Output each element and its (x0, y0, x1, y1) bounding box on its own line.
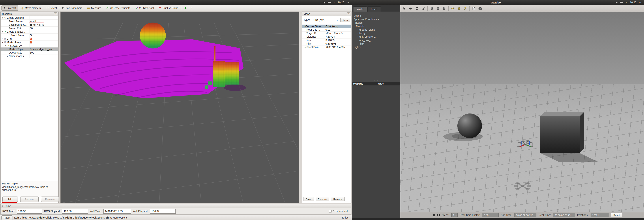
wall-elapsed-field[interactable]: 186.37 (150, 209, 176, 213)
row-pitch[interactable]: Pitch 0.835398 (302, 42, 351, 45)
session-gear-icon[interactable]: ⚙ (638, 1, 642, 4)
row-grid-display[interactable]: Grid (0, 37, 58, 41)
row-value[interactable]: 0.01 (326, 28, 330, 31)
sound-icon[interactable]: ♪ (625, 1, 628, 4)
expander-icon[interactable] (354, 25, 356, 27)
display-enabled-checkbox[interactable] (30, 41, 32, 43)
expander-icon[interactable] (1, 17, 4, 19)
rotate-icon[interactable] (414, 6, 420, 11)
firefly-drone-model[interactable] (517, 140, 533, 147)
row-target-frame[interactable]: Target Fra... <Fixed Frame> (302, 32, 351, 35)
expander-icon[interactable] (4, 45, 7, 47)
row-yaw[interactable]: Yaw 3.11039 (302, 39, 351, 42)
row-global-options[interactable]: Global Options (0, 16, 58, 20)
steps-spinner[interactable]: 1▲▼ (451, 213, 458, 217)
panel-splitter[interactable] (352, 80, 400, 80)
directionallight-icon[interactable] (462, 6, 468, 11)
pose-estimate-button[interactable]: 2D Pose Estimate (104, 6, 132, 11)
gazebo-reset-button[interactable]: Reset (611, 213, 622, 217)
row-value[interactable]: -0.33742; 0.4605... (326, 46, 347, 49)
scale-icon[interactable] (420, 6, 426, 11)
battery-icon[interactable] (328, 1, 330, 4)
row-marker-status[interactable]: Status: Ok (0, 44, 58, 48)
tree-item-scene[interactable]: Scene (352, 14, 400, 18)
cube-icon[interactable] (429, 6, 434, 11)
rename-button[interactable]: Rename (41, 196, 59, 202)
row-value[interactable]: /occupied_cells_vis ... (30, 48, 55, 51)
expander-icon[interactable] (1, 41, 4, 43)
expander-icon[interactable] (357, 29, 359, 31)
tree-item-unit-box[interactable]: unit_box_1 (352, 38, 400, 42)
clock-label[interactable]: 10:20 (630, 1, 636, 4)
expander-icon[interactable] (1, 38, 4, 40)
rename-button[interactable]: Rename (331, 197, 345, 201)
row-value[interactable]: 0.835398 (326, 42, 336, 45)
nav-goal-button[interactable]: 2D Nav Goal (133, 6, 156, 11)
row-value[interactable]: 100 (30, 51, 34, 54)
row-status-fixed-frame[interactable]: Fixed Frame OK (0, 34, 58, 37)
interact-button[interactable]: Interact (2, 6, 18, 11)
chevron-down-icon[interactable]: ▾ (191, 7, 192, 9)
pointlight-icon[interactable] (450, 6, 456, 11)
publish-point-button[interactable]: Publish Point (156, 6, 180, 11)
tree-item-ground-plane[interactable]: ground_plane (352, 28, 400, 31)
displays-panel-header[interactable]: Displays ✕ (0, 12, 58, 16)
unit-sphere-model[interactable] (458, 114, 482, 138)
ros-elapsed-field[interactable]: 120.56 (62, 209, 88, 213)
expander-icon[interactable] (357, 32, 359, 34)
add-tool-button[interactable] (183, 6, 188, 11)
tree-item-spherical-coordinates[interactable]: Spherical Coordinates (352, 18, 400, 21)
expander-icon[interactable] (304, 46, 306, 48)
copy-icon[interactable] (471, 6, 476, 11)
tree-item-firefly[interactable]: firefly (352, 31, 400, 35)
clock-label[interactable]: 10:20 (338, 1, 344, 4)
add-button[interactable]: Add (2, 196, 18, 202)
row-background-color[interactable]: Background C... 48; 48; 48 (0, 23, 58, 27)
row-frame-rate[interactable]: Frame Rate 30 (0, 27, 58, 30)
views-panel-header[interactable]: Views ✕ (302, 12, 351, 16)
expander-icon[interactable] (303, 25, 305, 28)
gazebo-3d-view[interactable] (400, 12, 644, 212)
row-value[interactable]: 3.11039 (326, 39, 334, 42)
row-value[interactable]: 48; 48; 48 (30, 23, 44, 26)
ros-time-field[interactable]: 126.38 (17, 209, 42, 213)
zero-button[interactable]: Zero (340, 18, 350, 22)
save-button[interactable]: Save (304, 197, 314, 201)
screenshot-icon[interactable] (477, 6, 483, 11)
row-focal-point[interactable]: Focal Point -0.33742; 0.4605... (302, 45, 351, 49)
expander-icon[interactable] (357, 39, 359, 41)
expander-icon[interactable] (1, 31, 4, 33)
experimental-checkbox[interactable]: Experimental (329, 210, 349, 213)
row-value[interactable]: 30 (30, 27, 33, 30)
close-icon[interactable]: ✕ (347, 13, 350, 15)
row-near-clip[interactable]: Near Clip ... 0.01 (302, 28, 351, 32)
sound-icon[interactable]: ♪ (332, 1, 336, 4)
tree-item-models[interactable]: Models (352, 24, 400, 28)
select-button[interactable]: Select (44, 6, 59, 11)
unit-box-model[interactable] (540, 117, 580, 153)
row-distance[interactable]: Distance 7.30724 (302, 35, 351, 39)
battery-icon[interactable] (620, 1, 622, 4)
tree-item-lights[interactable]: Lights (352, 45, 400, 49)
translate-icon[interactable] (408, 6, 414, 11)
sphere-icon[interactable] (435, 6, 441, 11)
time-panel-header[interactable]: Time (0, 204, 351, 208)
close-icon[interactable]: ✕ (54, 13, 57, 15)
row-namespaces[interactable]: Namespaces (0, 54, 58, 58)
row-value[interactable]: <Fixed Frame> (326, 32, 343, 35)
rviz-3d-view[interactable] (60, 12, 299, 203)
pause-icon[interactable] (433, 214, 435, 216)
measure-button[interactable]: Measure (85, 6, 103, 11)
expander-icon[interactable] (357, 36, 359, 38)
move-camera-button[interactable]: Move Camera (19, 6, 43, 11)
session-gear-icon[interactable]: ⚙ (346, 1, 349, 4)
tab-insert[interactable]: Insert (367, 7, 381, 12)
row-current-view[interactable]: Current View Orbit (rviz) (302, 25, 351, 28)
remove-button[interactable]: Remove (20, 196, 38, 202)
network-icon[interactable] (323, 1, 325, 4)
cylinder-icon[interactable] (442, 6, 447, 11)
focus-camera-button[interactable]: Focus Camera (60, 6, 84, 11)
tab-world[interactable]: World (353, 7, 367, 12)
wall-time-field[interactable]: 1446456017.83 (103, 209, 131, 213)
row-value[interactable]: 7.30724 (326, 35, 335, 38)
